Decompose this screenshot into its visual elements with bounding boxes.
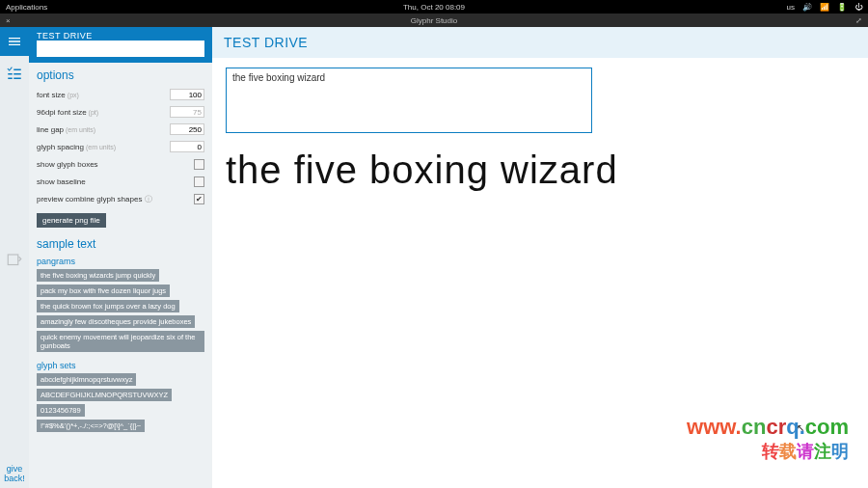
os-tray: us 🔊 📶 🔋 ⏻ [787,3,862,12]
watermark-sub: 转载请注明 [687,440,849,463]
lang-indicator[interactable]: us [787,3,795,12]
pangram-item[interactable]: amazingly few discotheques provide jukeb… [37,315,195,328]
glyphset-item[interactable]: !"#$%&'()*+,-./:;<=>?@[\]^_`{|}~ [37,420,145,432]
watermark-url: www.cncrq.com [687,415,849,440]
hamburger-icon [7,34,22,49]
linegap-input[interactable] [170,123,204,135]
nav-rail: giveback! [0,27,29,488]
give-back-link[interactable]: giveback! [2,461,27,488]
glyphset-item[interactable]: 0123456789 [37,404,85,417]
sidebar-header: TEST DRIVE CONTROLS [29,27,212,63]
power-icon[interactable]: ⏻ [854,3,862,12]
window-close-icon[interactable]: × [6,16,11,25]
app-root: giveback! TEST DRIVE CONTROLS options fo… [0,27,868,488]
glyphsets-label: glyph sets [37,361,204,370]
options-section: options font size(px) 96dpi font size(pt… [29,63,212,231]
sample-title: sample text [37,237,204,251]
window-maximize-icon[interactable]: ⤢ [855,16,862,25]
battery-icon[interactable]: 🔋 [837,3,847,12]
applications-menu[interactable]: Applications [6,3,47,12]
sidebar: TEST DRIVE CONTROLS options font size(px… [29,27,212,488]
panel-icon [6,252,23,269]
option-baseline: show baseline [37,175,204,188]
window-title: Glyphr Studio [411,16,457,25]
watermark: www.cncrq.com 转载请注明 [687,415,849,463]
dpi-input[interactable] [170,106,204,118]
option-glyphboxes: show glyph boxes [37,157,204,171]
option-linegap: line gap(em units) [37,122,204,136]
testdrive-textarea[interactable]: the five boxing wizard [226,68,592,133]
rail-secondary-button[interactable] [3,249,26,272]
glyphset-item[interactable]: ABCDEFGHIJKLMNOPQRSTUVWXYZ [37,389,172,401]
option-fontsize: font size(px) [37,88,204,101]
os-topbar: Applications Thu, Oct 20 08:09 us 🔊 📶 🔋 … [0,0,868,14]
pangram-item[interactable]: pack my box with five dozen liquor jugs [37,285,170,297]
network-icon[interactable]: 📶 [820,3,829,12]
glyphboxes-checkbox[interactable] [194,159,204,170]
combine-checkbox[interactable]: ✔ [194,194,204,204]
main-body: the five boxing wizard the five boxing w… [212,58,868,488]
pangram-item[interactable]: the quick brown fox jumps over a lazy do… [37,300,179,312]
pangram-item[interactable]: quick enemy movement will jeopardize six… [37,331,204,352]
sample-section: sample text pangrams the five boxing wiz… [29,231,212,439]
glyphset-item[interactable]: abcdefghijklmnopqrstuvwxyz [37,373,136,386]
main-title: TEST DRIVE [212,27,868,58]
main-panel: TEST DRIVE the five boxing wizard the fi… [212,27,868,488]
options-title: options [37,68,204,82]
glyphspacing-input[interactable] [170,141,204,152]
hamburger-button[interactable] [0,27,29,56]
mouse-cursor-icon: ↖ [797,422,804,433]
option-glyphspacing: glyph spacing(em units) [37,140,204,153]
fontsize-input[interactable] [170,89,204,100]
pangram-item[interactable]: the five boxing wizards jump quickly [37,269,159,282]
checklist-icon [6,65,23,82]
baseline-checkbox[interactable] [194,176,204,187]
option-combine: preview combine glyph shapes ⓘ ✔ [37,192,204,205]
pangrams-label: pangrams [37,257,204,266]
volume-icon[interactable]: 🔊 [802,3,812,12]
os-datetime: Thu, Oct 20 08:09 [403,3,465,12]
window-titlebar: × Glyphr Studio ⤢ [0,14,868,27]
rail-testdrive-button[interactable] [3,62,26,85]
generate-png-button[interactable]: generate png file [37,213,106,228]
sidebar-subtitle: TEST DRIVE [37,31,204,41]
font-preview: the five boxing wizard [226,149,854,192]
sidebar-title: CONTROLS [37,41,204,57]
svg-rect-0 [8,255,18,265]
option-dpi: 96dpi font size(pt) [37,105,204,119]
